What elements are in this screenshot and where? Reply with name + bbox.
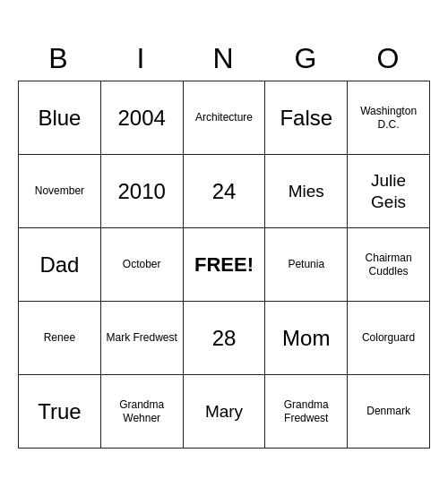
bingo-cell: 28 <box>184 302 266 375</box>
bingo-cell: Dad <box>19 228 101 302</box>
bingo-cell: 2010 <box>101 155 184 228</box>
header-letter: N <box>183 38 265 81</box>
bingo-cell: Colorguard <box>348 302 430 375</box>
bingo-cell: 24 <box>184 155 266 228</box>
bingo-cell: Blue <box>19 81 101 155</box>
bingo-cell: October <box>101 228 184 302</box>
bingo-cell: Denmark <box>348 375 430 449</box>
header-letter: G <box>265 38 348 81</box>
header-letter: B <box>18 38 100 81</box>
bingo-cell: False <box>265 81 348 155</box>
bingo-cell: Petunia <box>265 228 348 302</box>
bingo-header: BINGO <box>18 38 430 81</box>
bingo-cell: November <box>19 155 101 228</box>
bingo-cell: Mom <box>265 302 348 375</box>
bingo-cell: Grandma Fredwest <box>265 375 348 449</box>
bingo-cell: Chairman Cuddles <box>348 228 430 302</box>
header-letter: O <box>348 38 430 81</box>
bingo-grid: Blue2004ArchitectureFalseWashington D.C.… <box>18 81 430 449</box>
bingo-cell: Grandma Wehner <box>101 375 184 449</box>
header-letter: I <box>100 38 183 81</box>
bingo-cell: Renee <box>19 302 101 375</box>
bingo-cell: Mark Fredwest <box>101 302 184 375</box>
bingo-cell: Julie Geis <box>348 155 430 228</box>
bingo-cell: Architecture <box>184 81 266 155</box>
bingo-cell: Mies <box>265 155 348 228</box>
bingo-cell: FREE! <box>184 228 266 302</box>
bingo-cell: Mary <box>184 375 266 449</box>
bingo-cell: True <box>19 375 101 449</box>
bingo-cell: 2004 <box>101 81 184 155</box>
bingo-card: BINGO Blue2004ArchitectureFalseWashingto… <box>18 38 430 449</box>
bingo-cell: Washington D.C. <box>348 81 430 155</box>
